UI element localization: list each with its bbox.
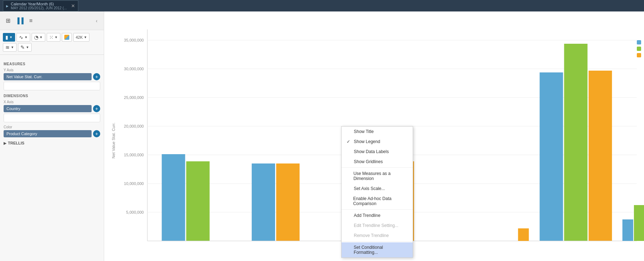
menu-edit-trendline[interactable]: Edit Trendline Setting... [342,220,413,231]
menu-enable-adhoc[interactable]: Enable Ad-hoc Data Comparison [342,194,413,209]
add-xaxis-btn[interactable]: + [93,105,100,112]
xaxis-field-pill[interactable]: Country [4,105,92,112]
menu-add-trendline[interactable]: Add Trendline [342,210,413,220]
number-format-label: 42K [76,35,83,39]
chart-view-icon[interactable]: ▐▐ [14,16,24,26]
scatter-chart-btn[interactable]: ⁙ ▼ [47,33,60,42]
menu-remove-trendline[interactable]: Remove Trendline [342,231,413,241]
menu-show-title[interactable]: Show Title [342,127,413,137]
trellis-arrow: ▶ [4,141,6,145]
measures-title: Measures [4,62,100,66]
yaxis-label: Y Axis [4,68,100,72]
bar-chart-icon: ▮ [5,34,8,40]
color-label: Color [4,125,100,129]
color-palette-icon [64,35,69,40]
annotation-icon: ✎ [20,44,25,50]
menu-show-data-labels-label: Show Data Labels [354,149,389,154]
dropdown-arrow: ▼ [24,35,28,39]
xaxis-empty-field [4,114,100,122]
tooltip-subtitle: MAY 2012 (05/2012), JUN 2012 (... [11,6,67,10]
y-axis-title: Net Value Stat. Curr. [111,123,116,158]
data-panel: Measures Y Axis Net Value Stat. Curr. + … [0,55,104,261]
dropdown-arrow: ▼ [40,35,43,39]
menu-remove-trendline-label: Remove Trendline [354,233,389,238]
menu-edit-trendline-label: Edit Trendline Setting... [354,223,398,228]
menu-separator-3 [342,241,413,242]
menu-use-measures[interactable]: Use Measures as a Dimension [342,169,413,184]
menu-show-gridlines[interactable]: Show Gridlines [342,157,413,167]
svg-text:30,000,000: 30,000,000 [124,67,144,71]
menu-enable-adhoc-label: Enable Ad-hoc Data Comparison [353,196,408,206]
bar-g4-green[interactable] [564,44,588,241]
trellis-label: TRELLIS [8,141,24,145]
tooltip-title: Calendar Year/Month (6) [11,2,67,6]
annotation-btn[interactable]: ✎ ▼ [18,43,32,52]
menu-set-axis-scale[interactable]: Set Axis Scale... [342,184,413,194]
trellis-row[interactable]: ▶ TRELLIS [4,141,100,145]
close-icon[interactable]: ✕ [71,3,75,9]
yaxis-empty-field [4,82,100,90]
color-field-row: Product Category + [4,130,100,137]
pattern-icon: ≋ [5,44,10,50]
dropdown-arrow: ▼ [26,46,29,49]
scatter-chart-icon: ⁙ [49,34,54,40]
check-icon: ✓ [347,139,352,144]
menu-show-title-label: Show Title [354,129,374,134]
menu-separator-2 [342,209,413,210]
color-field-pill[interactable]: Product Category [4,130,92,137]
chart-area: 35,000,000 30,000,000 25,000,000 20,000,… [104,11,644,261]
svg-text:25,000,000: 25,000,000 [124,95,144,100]
top-bar: ▸ Calendar Year/Month (6) MAY 2012 (05/2… [0,0,644,11]
legend-blue [637,40,641,44]
legend-dots [637,40,641,57]
bar-g4-blue[interactable] [539,72,563,241]
pie-chart-icon: ◔ [34,34,38,40]
dropdown-arrow: ▼ [84,35,87,39]
menu-conditional-formatting-label: Set Conditional Formatting... [354,245,408,255]
menu-show-legend[interactable]: ✓ Show Legend [342,137,413,147]
left-toolbar: ⊞ ▐▐ ≡ ‹ [0,11,104,30]
xaxis-field-row: Country + [4,105,100,112]
bar-partial-blue [622,219,633,241]
svg-text:35,000,000: 35,000,000 [124,38,144,42]
xaxis-label: X Axis [4,100,100,104]
dropdown-arrow: ▼ [9,35,13,39]
context-menu: Show Title ✓ Show Legend Show Data Label… [341,126,413,258]
bar-partial-green [634,205,644,241]
line-chart-btn[interactable]: ∿ ▼ [17,33,30,42]
menu-show-gridlines-label: Show Gridlines [354,159,383,164]
menu-separator-1 [342,167,413,168]
bar-g2-orange[interactable] [276,163,300,241]
collapse-panel-btn[interactable]: ‹ [92,16,101,25]
pattern-btn[interactable]: ≋ ▼ [3,43,17,52]
menu-add-trendline-label: Add Trendline [354,213,380,218]
menu-show-data-labels[interactable]: Show Data Labels [342,147,413,157]
bar-g1-green[interactable] [186,161,209,241]
dropdown-arrow: ▼ [55,35,58,39]
svg-text:15,000,000: 15,000,000 [124,153,144,157]
main-layout: ⊞ ▐▐ ≡ ‹ ▮ ▼ ∿ ▼ ◔ ▼ ⁙ ▼ [0,11,644,261]
bar-g4-orange[interactable] [589,71,612,241]
add-color-btn[interactable]: + [93,130,100,137]
bar-g1-blue[interactable] [162,154,185,241]
grid-icon[interactable]: ⊞ [3,16,13,26]
menu-conditional-formatting[interactable]: Set Conditional Formatting... [342,242,413,257]
bar-chart-btn[interactable]: ▮ ▼ [3,33,15,42]
legend-green [637,47,641,51]
number-format-btn[interactable]: 42K ▼ [73,33,90,42]
yaxis-field-pill[interactable]: Net Value Stat. Curr. [4,73,92,80]
svg-text:10,000,000: 10,000,000 [124,181,144,186]
menu-use-measures-label: Use Measures as a Dimension [353,171,408,181]
dimensions-title: Dimensions [4,94,100,98]
legend-orange [637,53,641,57]
bar-g3-small-orange [518,228,529,241]
tooltip-box: ▸ Calendar Year/Month (6) MAY 2012 (05/2… [3,0,78,11]
pie-chart-btn[interactable]: ◔ ▼ [32,33,45,42]
line-chart-icon: ∿ [19,34,23,40]
bar-g2-blue[interactable] [252,163,275,241]
table-view-icon[interactable]: ≡ [26,16,36,26]
color-palette-btn[interactable] [62,33,72,42]
left-panel: ⊞ ▐▐ ≡ ‹ ▮ ▼ ∿ ▼ ◔ ▼ ⁙ ▼ [0,11,104,261]
add-yaxis-btn[interactable]: + [93,73,100,80]
chart-toolbar: ▮ ▼ ∿ ▼ ◔ ▼ ⁙ ▼ 42K ▼ ≋ [0,30,104,55]
